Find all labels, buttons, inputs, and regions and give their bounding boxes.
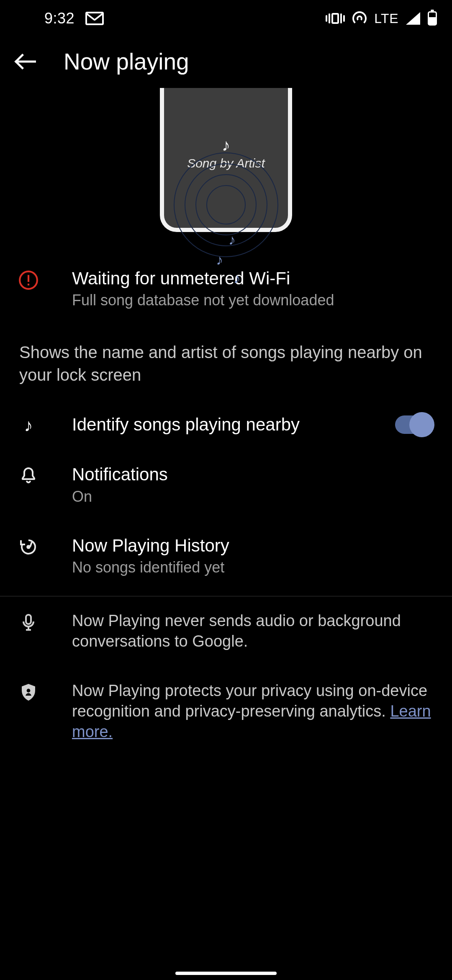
signal-icon bbox=[406, 12, 420, 25]
navigation-bar bbox=[0, 972, 452, 975]
microphone-icon bbox=[18, 612, 39, 632]
hero-song-label: Song by Artist bbox=[187, 156, 265, 170]
info-audio-row: Now Playing never sends audio or backgro… bbox=[0, 596, 452, 666]
history-row[interactable]: Now Playing History No songs identified … bbox=[0, 521, 452, 592]
bell-icon bbox=[18, 466, 39, 486]
vibrate-icon bbox=[326, 13, 345, 24]
info-privacy-text: Now Playing protects your privacy using … bbox=[72, 681, 433, 743]
info-audio-text: Now Playing never sends audio or backgro… bbox=[72, 611, 433, 652]
privacy-shield-icon bbox=[18, 682, 39, 702]
music-note-icon: ♪ bbox=[222, 136, 230, 155]
svg-rect-2 bbox=[28, 284, 29, 285]
hotspot-icon bbox=[352, 11, 367, 26]
status-bar: 9:32 LTE bbox=[0, 0, 452, 37]
identify-toggle[interactable] bbox=[395, 415, 433, 434]
music-note-icon: ♪ bbox=[24, 415, 33, 436]
notifications-title: Notifications bbox=[72, 464, 433, 485]
battery-icon bbox=[428, 11, 437, 26]
history-title: Now Playing History bbox=[72, 535, 433, 556]
feature-description: Shows the name and artist of songs playi… bbox=[0, 325, 452, 400]
identify-title: Identify songs playing nearby bbox=[72, 414, 367, 435]
wifi-alert-row: Waiting for unmetered Wi-Fi Full song da… bbox=[0, 240, 452, 325]
alert-subtitle: Full song database not yet downloaded bbox=[72, 291, 433, 310]
nav-pill[interactable] bbox=[175, 972, 277, 975]
info-privacy-prefix: Now Playing protects your privacy using … bbox=[72, 682, 427, 720]
identify-songs-row[interactable]: ♪ Identify songs playing nearby bbox=[0, 400, 452, 450]
page-title: Now playing bbox=[64, 48, 189, 75]
alert-circle-icon bbox=[18, 270, 39, 291]
status-time: 9:32 bbox=[44, 10, 74, 27]
info-privacy-row: Now Playing protects your privacy using … bbox=[0, 666, 452, 757]
network-label: LTE bbox=[374, 11, 398, 26]
svg-rect-4 bbox=[29, 542, 33, 547]
svg-point-6 bbox=[27, 689, 31, 692]
notifications-subtitle: On bbox=[72, 487, 433, 507]
notifications-row[interactable]: Notifications On bbox=[0, 450, 452, 521]
history-icon bbox=[18, 537, 39, 557]
svg-rect-1 bbox=[28, 275, 29, 282]
history-subtitle: No songs identified yet bbox=[72, 558, 433, 578]
gmail-notification-icon bbox=[85, 12, 104, 25]
alert-title: Waiting for unmetered Wi-Fi bbox=[72, 268, 433, 289]
app-bar: Now playing bbox=[0, 37, 452, 86]
back-button[interactable] bbox=[15, 50, 39, 73]
svg-rect-5 bbox=[26, 615, 31, 624]
hero-illustration: ♪ Song by Artist ♪ ♪ ♪ bbox=[0, 86, 452, 240]
